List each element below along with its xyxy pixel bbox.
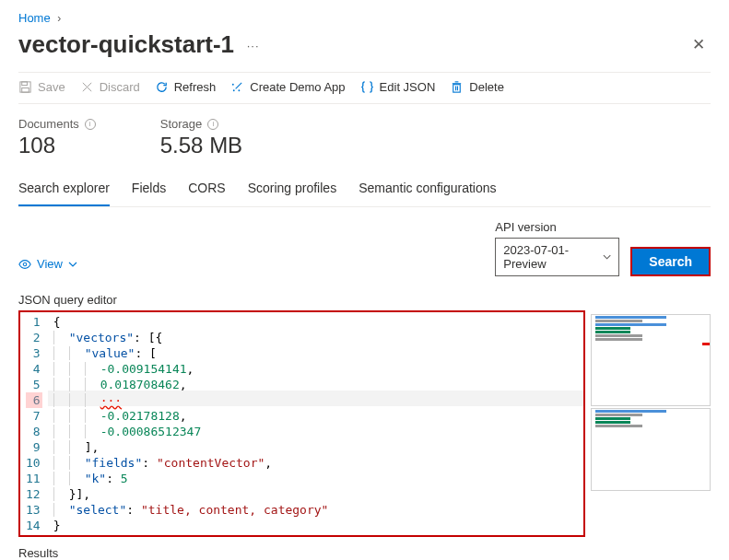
- refresh-icon: [155, 80, 169, 94]
- svg-rect-9: [453, 85, 461, 92]
- storage-value: 5.58 MB: [160, 133, 242, 158]
- discard-button[interactable]: Discard: [80, 80, 140, 94]
- minimap-block: [591, 408, 711, 491]
- tab-cors[interactable]: CORS: [188, 173, 225, 206]
- api-version-select[interactable]: 2023-07-01-Preview: [495, 238, 619, 276]
- eye-icon: [18, 258, 31, 271]
- delete-icon: [450, 80, 464, 94]
- info-icon[interactable]: i: [85, 119, 96, 130]
- svg-rect-1: [22, 82, 28, 86]
- stats-row: Documentsi 108 Storagei 5.58 MB: [18, 104, 711, 168]
- documents-stat: Documentsi 108: [18, 117, 96, 158]
- svg-point-6: [232, 84, 234, 86]
- chevron-right-icon: ›: [57, 12, 61, 25]
- svg-line-5: [236, 83, 242, 89]
- save-button[interactable]: Save: [18, 80, 65, 94]
- json-editor[interactable]: 1234567891011121314 { "vectors": [{ "val…: [18, 310, 585, 537]
- api-version-label: API version: [495, 220, 619, 234]
- fold-marker[interactable]: [26, 392, 42, 408]
- wand-icon: [230, 80, 244, 94]
- chevron-down-icon: [68, 260, 77, 269]
- storage-stat: Storagei 5.58 MB: [160, 117, 242, 158]
- svg-rect-2: [22, 88, 29, 92]
- save-icon: [18, 80, 32, 94]
- results-label: Results: [18, 546, 711, 560]
- svg-point-14: [23, 262, 27, 266]
- search-button[interactable]: Search: [630, 247, 711, 276]
- breadcrumb-home[interactable]: Home: [18, 11, 51, 25]
- minimap[interactable]: [591, 310, 711, 537]
- edit-json-button[interactable]: Edit JSON: [360, 80, 436, 94]
- breadcrumb: Home ›: [18, 7, 711, 30]
- close-icon[interactable]: ✕: [687, 31, 711, 58]
- tab-scoring[interactable]: Scoring profiles: [248, 173, 337, 206]
- delete-button[interactable]: Delete: [450, 80, 504, 94]
- svg-point-8: [233, 89, 235, 91]
- info-icon[interactable]: i: [207, 119, 218, 130]
- minimap-block: [591, 314, 711, 406]
- line-gutter: 1234567891011121314: [20, 312, 48, 535]
- view-dropdown[interactable]: View: [18, 251, 77, 276]
- svg-point-7: [239, 89, 241, 91]
- refresh-button[interactable]: Refresh: [155, 80, 217, 94]
- collapsed-dots[interactable]: ···: [100, 393, 122, 407]
- tab-fields[interactable]: Fields: [132, 173, 166, 206]
- more-icon[interactable]: ···: [247, 39, 260, 52]
- chevron-down-icon: [603, 252, 611, 262]
- create-demo-button[interactable]: Create Demo App: [230, 80, 345, 94]
- braces-icon: [360, 80, 374, 94]
- page-title: vector-quickstart-1: [18, 30, 234, 58]
- tab-bar: Search explorer Fields CORS Scoring prof…: [18, 173, 711, 207]
- command-bar: Save Discard Refresh Create Demo App Edi…: [18, 72, 711, 104]
- discard-icon: [80, 80, 94, 94]
- code-content[interactable]: { "vectors": [{ "value": [ -0.009154141,…: [48, 312, 583, 535]
- tab-search-explorer[interactable]: Search explorer: [18, 173, 110, 206]
- tab-semantic[interactable]: Semantic configurations: [359, 173, 496, 206]
- documents-value: 108: [18, 133, 96, 158]
- json-editor-label: JSON query editor: [18, 293, 711, 307]
